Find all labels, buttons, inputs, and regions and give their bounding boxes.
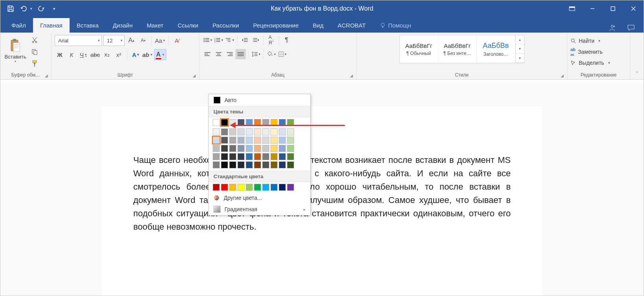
shade-swatch[interactable] — [221, 128, 228, 135]
styles-gallery[interactable]: АаБбВвГг ¶ Обычный АаБбВвГг ¶ Без инте… … — [399, 35, 524, 63]
theme-swatch[interactable] — [270, 119, 278, 126]
shade-swatch[interactable] — [229, 128, 236, 135]
shade-swatch[interactable] — [262, 153, 269, 160]
shade-swatch[interactable] — [213, 145, 220, 152]
save-icon[interactable] — [6, 4, 15, 13]
standard-swatch[interactable] — [262, 184, 269, 191]
share-icon[interactable] — [607, 23, 617, 33]
line-spacing-icon[interactable]: ▾ — [251, 49, 261, 59]
styles-scroll-up[interactable]: ▴ — [516, 35, 524, 44]
ribbon-display-options-icon[interactable] — [562, 0, 582, 17]
shade-swatch[interactable] — [287, 137, 294, 144]
shading-icon[interactable]: ▾ — [266, 49, 276, 59]
minimize-button[interactable] — [582, 0, 603, 17]
collapse-ribbon-icon[interactable]: ˄ — [630, 33, 644, 79]
font-dialog-launcher[interactable]: ◢ — [193, 73, 196, 78]
text-effects-icon[interactable]: A▾ — [131, 49, 141, 60]
shade-swatch[interactable] — [221, 137, 228, 144]
gradient-row[interactable]: Градиентная ▸ — [209, 203, 310, 215]
paragraph-dialog-launcher[interactable]: ◢ — [350, 73, 353, 78]
replace-button[interactable]: abac Заменить — [570, 48, 610, 56]
show-marks-icon[interactable]: ¶ — [282, 35, 292, 45]
font-size-combo[interactable]: 12▾ — [103, 35, 125, 46]
shade-swatch[interactable] — [262, 128, 269, 135]
italic-button[interactable]: К — [66, 49, 77, 60]
shade-swatch[interactable] — [237, 153, 245, 160]
shade-swatch[interactable] — [270, 145, 278, 152]
shade-swatch[interactable] — [213, 128, 220, 135]
theme-swatch[interactable] — [287, 119, 294, 126]
standard-swatch[interactable] — [254, 184, 261, 191]
theme-swatch[interactable] — [221, 119, 228, 126]
shade-swatch[interactable] — [246, 137, 253, 144]
align-left-icon[interactable] — [202, 49, 213, 59]
shade-swatch[interactable] — [254, 128, 261, 135]
superscript-button[interactable]: x² — [114, 49, 124, 60]
shade-swatch[interactable] — [221, 145, 228, 152]
shade-swatch[interactable] — [246, 153, 253, 160]
standard-swatch[interactable] — [246, 184, 253, 191]
sort-icon[interactable]: АЯ↓ — [266, 35, 276, 45]
shade-swatch[interactable] — [262, 161, 269, 168]
tab-design[interactable]: Дизайн — [106, 18, 140, 33]
justify-icon[interactable] — [236, 49, 246, 59]
font-color-button[interactable]: A ▾ — [154, 49, 166, 60]
shade-swatch[interactable] — [229, 145, 236, 152]
underline-button[interactable]: Ч▾ — [78, 49, 88, 60]
copy-icon[interactable] — [29, 47, 40, 57]
shade-swatch[interactable] — [270, 153, 278, 160]
shade-swatch[interactable] — [213, 137, 220, 144]
styles-scroll-down[interactable]: ▾ — [516, 44, 524, 53]
shade-swatch[interactable] — [254, 137, 261, 144]
paste-button[interactable]: Вставить ▾ — [4, 35, 27, 66]
shade-swatch[interactable] — [279, 145, 286, 152]
grow-font-icon[interactable]: A▴ — [126, 35, 136, 46]
highlight-color-icon[interactable]: ab▾ — [142, 49, 153, 60]
bold-button[interactable]: Ж — [55, 49, 65, 60]
maximize-button[interactable] — [603, 0, 623, 17]
style-normal[interactable]: АаБбВвГг ¶ Обычный — [400, 35, 438, 63]
shade-swatch[interactable] — [287, 145, 294, 152]
numbering-icon[interactable]: 123▾ — [213, 35, 224, 45]
decrease-indent-icon[interactable] — [240, 35, 250, 45]
shade-swatch[interactable] — [237, 128, 245, 135]
close-button[interactable] — [623, 0, 644, 17]
cut-icon[interactable] — [29, 35, 40, 45]
shade-swatch[interactable] — [270, 161, 278, 168]
shade-swatch[interactable] — [279, 161, 286, 168]
borders-icon[interactable]: ▾ — [277, 49, 287, 59]
theme-swatch[interactable] — [246, 119, 253, 126]
theme-swatch[interactable] — [229, 119, 236, 126]
standard-swatch[interactable] — [287, 184, 294, 191]
comments-icon[interactable] — [626, 23, 636, 33]
shade-swatch[interactable] — [246, 161, 253, 168]
shade-swatch[interactable] — [246, 128, 253, 135]
shade-swatch[interactable] — [221, 153, 228, 160]
standard-swatch[interactable] — [237, 184, 245, 191]
theme-swatch[interactable] — [237, 119, 245, 126]
bullets-icon[interactable]: ▾ — [202, 35, 213, 45]
font-name-combo[interactable]: Arial▾ — [55, 35, 102, 46]
find-button[interactable]: Найти▾ — [570, 37, 610, 45]
tab-mailings[interactable]: Рассылки — [205, 18, 246, 33]
tab-references[interactable]: Ссылки — [171, 18, 206, 33]
tab-home[interactable]: Главная — [33, 18, 70, 33]
theme-swatch[interactable] — [279, 119, 286, 126]
shade-swatch[interactable] — [287, 128, 294, 135]
shade-swatch[interactable] — [229, 137, 236, 144]
more-colors-row[interactable]: Другие цвета... — [209, 192, 310, 203]
shade-swatch[interactable] — [262, 137, 269, 144]
subscript-button[interactable]: x₂ — [102, 49, 112, 60]
clipboard-dialog-launcher[interactable]: ◢ — [45, 73, 48, 78]
styles-expand[interactable]: ▾ — [516, 54, 524, 63]
strikethrough-button[interactable]: abc — [90, 49, 100, 60]
shade-swatch[interactable] — [254, 145, 261, 152]
redo-icon[interactable] — [36, 4, 46, 13]
tab-file[interactable]: Файл — [4, 18, 33, 33]
theme-swatch[interactable] — [254, 119, 261, 126]
theme-swatch[interactable] — [262, 119, 269, 126]
shade-swatch[interactable] — [213, 153, 220, 160]
document-page[interactable]: Чаще всего необходимость убрать фон за т… — [102, 106, 542, 296]
tell-me[interactable]: Помощн — [373, 18, 418, 33]
shade-swatch[interactable] — [262, 145, 269, 152]
